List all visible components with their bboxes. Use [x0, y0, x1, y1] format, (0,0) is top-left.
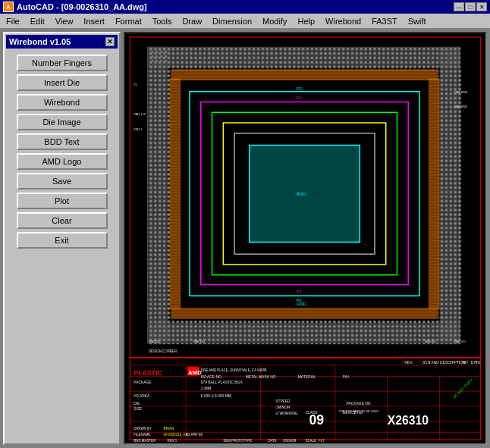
svg-text:DATE: DATE	[268, 439, 276, 443]
svg-text:☑ WORKING: ☑ WORKING	[275, 412, 298, 415]
die-image-button[interactable]: Die Image	[17, 114, 108, 130]
svg-text:PAD BND: PAD BND	[454, 90, 467, 94]
svg-text:ONE AMD PLACE, SUNNYVALE, CA 9: ONE AMD PLACE, SUNNYVALE, CA 94088	[201, 368, 267, 372]
svg-text:BRIAN: BRIAN	[164, 427, 174, 431]
menu-dimension[interactable]: Dimension	[208, 15, 256, 27]
menu-format[interactable]: Format	[111, 15, 146, 27]
exit-button[interactable]: Exit	[17, 232, 108, 249]
drawing-area[interactable]: REV. SCN AND DESCRIPTION BY DATE	[124, 32, 487, 445]
svg-text:X26310: X26310	[388, 414, 429, 427]
svg-text:DIE: DIE	[133, 402, 140, 406]
svg-text:979 BALL PLASTIC BGA: 979 BALL PLASTIC BGA	[201, 381, 243, 384]
svg-point-100	[165, 51, 167, 53]
svg-text:PACKAGE NO: PACKAGE NO	[347, 402, 371, 406]
close-button[interactable]: ✕	[476, 2, 487, 11]
svg-text:90-APR-98: 90-APR-98	[186, 433, 203, 437]
window-controls[interactable]: — □ ✕	[454, 2, 487, 11]
svg-point-107	[160, 60, 162, 62]
svg-text:DATE: DATE	[471, 361, 481, 365]
svg-text:I/O AREA: I/O AREA	[133, 394, 150, 398]
svg-text:BND MASTER: BND MASTER	[133, 439, 155, 443]
svg-text:PAD BND: PAD BND	[454, 105, 467, 108]
wirebond-panel: Wirebond v1.05 ✕ Number Fingers Insert D…	[3, 32, 121, 445]
svg-text:P/N: P/N	[343, 375, 350, 379]
svg-point-102	[155, 55, 158, 58]
svg-point-108	[165, 60, 167, 62]
wirebond-button[interactable]: Wirebond	[17, 94, 108, 111]
maximize-button[interactable]: □	[465, 2, 476, 11]
svg-text:DRAWN BY: DRAWN BY	[133, 427, 152, 431]
number-fingers-button[interactable]: Number Fingers	[17, 55, 108, 71]
menu-modify[interactable]: Modify	[258, 15, 291, 27]
svg-point-105	[151, 60, 153, 62]
menu-swift[interactable]: Swift	[404, 15, 431, 27]
svg-text:PAD DO: PAD DO	[193, 340, 205, 343]
svg-text:FLT: FLT	[319, 439, 325, 443]
svg-text:SCALE: SCALE	[306, 439, 317, 443]
svg-text:PACKAGE: PACKAGE	[133, 381, 152, 384]
svg-text:2ND 1: 2ND 1	[133, 127, 142, 131]
svg-text:PAD SO: PAD SO	[454, 340, 466, 343]
window-title: AutoCAD - [09-0026310_AA.dwg]	[17, 2, 147, 11]
svg-rect-20	[149, 47, 460, 70]
panel-title: Wirebond v1.05	[9, 37, 71, 46]
main-content: Wirebond v1.05 ✕ Number Fingers Insert D…	[0, 29, 490, 448]
svg-text:2ND SO: 2ND SO	[425, 340, 436, 343]
svg-point-98	[155, 51, 158, 53]
insert-die-button[interactable]: Insert Die	[17, 74, 108, 91]
svg-rect-27	[429, 78, 440, 309]
svg-text:BY: BY	[463, 361, 469, 365]
svg-text:REV 1: REV 1	[168, 439, 177, 443]
save-button[interactable]: Save	[17, 173, 108, 190]
svg-text:METAL MASK NO.: METAL MASK NO.	[246, 375, 277, 379]
svg-text:PLASTIC: PLASTIC	[133, 369, 162, 377]
svg-rect-24	[171, 69, 438, 80]
svg-point-103	[160, 55, 162, 58]
svg-text:SEM PROTOTYPE: SEM PROTOTYPE	[223, 439, 252, 443]
svg-text:1.0MM: 1.0MM	[201, 387, 212, 390]
svg-rect-26	[169, 78, 181, 309]
svg-rect-22	[147, 70, 171, 321]
svg-text:P1: P1	[297, 289, 302, 293]
panel-close-button[interactable]: ✕	[105, 37, 115, 46]
panel-title-bar: Wirebond v1.05 ✕	[6, 35, 118, 49]
svg-text:09: 09	[309, 412, 324, 428]
svg-text:P2: P2	[297, 298, 302, 302]
svg-point-99	[160, 51, 162, 53]
svg-text:MATERIAL: MATERIAL	[298, 375, 316, 379]
svg-text:THE TOP PART TO BE USED: THE TOP PART TO BE USED	[339, 409, 379, 413]
clear-button[interactable]: Clear	[17, 212, 108, 229]
svg-text:REV.: REV.	[404, 361, 413, 365]
title-bar: A AutoCAD - [09-0026310_AA.dwg] — □ ✕	[0, 0, 490, 14]
svg-text:PAD 1 ID: PAD 1 ID	[133, 112, 146, 116]
svg-text:05/04/98: 05/04/98	[283, 439, 297, 443]
svg-point-106	[155, 60, 158, 62]
bdd-text-button[interactable]: BDD Text	[17, 133, 108, 150]
svg-text:AMD: AMD	[188, 369, 202, 376]
menu-wirebond[interactable]: Wirebond	[321, 15, 366, 27]
menu-view[interactable]: View	[51, 15, 78, 27]
svg-text:09-0026310_AA: 09-0026310_AA	[164, 433, 188, 437]
cad-drawing: REV. SCN AND DESCRIPTION BY DATE	[125, 33, 485, 443]
app-icon: A	[3, 2, 14, 12]
menu-edit[interactable]: Edit	[26, 15, 49, 27]
svg-point-101	[151, 55, 153, 58]
menu-bar: File Edit View Insert Format Tools Draw …	[0, 14, 490, 29]
svg-text:□MINOR: □MINOR	[275, 406, 291, 409]
minimize-button[interactable]: —	[454, 2, 464, 11]
menu-fa3st[interactable]: FA3ST	[367, 15, 402, 27]
svg-text:2ND DO: 2ND DO	[149, 340, 160, 343]
menu-draw[interactable]: Draw	[177, 15, 206, 27]
menu-file[interactable]: File	[2, 15, 24, 27]
svg-text:DEVICE NO.: DEVICE NO.	[201, 375, 222, 379]
menu-help[interactable]: Help	[293, 15, 319, 27]
svg-text:SCN AND DESCRIPTION: SCN AND DESCRIPTION	[422, 361, 466, 365]
svg-text:Y1: Y1	[133, 83, 137, 86]
menu-insert[interactable]: Insert	[79, 15, 109, 27]
svg-text:DESIGN CORNER: DESIGN CORNER	[149, 349, 177, 353]
svg-point-104	[165, 55, 167, 58]
svg-text:6.000 X 6.500 MM: 6.000 X 6.500 MM	[201, 394, 231, 398]
menu-tools[interactable]: Tools	[148, 15, 177, 27]
plot-button[interactable]: Plot	[17, 193, 108, 209]
amd-logo-button[interactable]: AMD Logo	[17, 153, 108, 170]
